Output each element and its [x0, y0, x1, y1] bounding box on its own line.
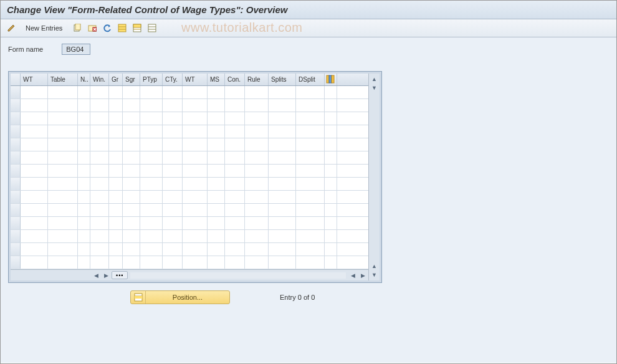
table-row[interactable]	[11, 99, 368, 112]
table-cell[interactable]	[183, 243, 208, 256]
table-cell[interactable]	[269, 217, 296, 229]
table-cell[interactable]	[90, 112, 109, 125]
col-header-win[interactable]: Win.	[90, 74, 109, 85]
row-selector[interactable]	[11, 151, 21, 164]
table-cell[interactable]	[183, 256, 208, 269]
table-cell[interactable]	[48, 138, 78, 151]
table-cell[interactable]	[90, 217, 109, 229]
table-cell[interactable]	[296, 217, 325, 229]
table-cell[interactable]	[21, 125, 48, 138]
table-cell[interactable]	[140, 256, 163, 269]
table-cell[interactable]	[163, 86, 183, 98]
table-cell[interactable]	[90, 99, 109, 112]
table-cell[interactable]	[78, 217, 90, 229]
table-cell[interactable]	[48, 151, 78, 164]
table-cell[interactable]	[140, 125, 163, 138]
table-cell[interactable]	[183, 191, 208, 203]
table-row[interactable]	[11, 151, 368, 165]
delete-icon[interactable]	[86, 22, 98, 34]
table-cell[interactable]	[90, 204, 109, 216]
table-cell[interactable]	[109, 256, 123, 269]
table-cell[interactable]	[225, 151, 245, 164]
table-cell[interactable]	[78, 256, 90, 269]
table-cell[interactable]	[78, 178, 90, 190]
table-cell[interactable]	[21, 178, 48, 190]
table-cell[interactable]	[48, 86, 78, 98]
table-cell[interactable]	[78, 86, 90, 98]
table-cell[interactable]	[21, 256, 48, 269]
table-cell[interactable]	[183, 151, 208, 164]
table-cell[interactable]	[123, 165, 140, 177]
copy-icon[interactable]	[71, 22, 84, 34]
table-cell[interactable]	[296, 151, 325, 164]
table-cell[interactable]	[183, 125, 208, 138]
table-cell[interactable]	[140, 230, 163, 242]
table-cell[interactable]	[269, 243, 296, 256]
table-cell[interactable]	[123, 243, 140, 256]
table-cell[interactable]	[78, 125, 90, 138]
table-cell[interactable]	[225, 99, 245, 112]
vscroll-up-icon[interactable]: ▲	[370, 75, 379, 84]
table-cell[interactable]	[183, 178, 208, 190]
select-block-icon[interactable]	[131, 22, 143, 34]
table-cell[interactable]	[208, 230, 225, 242]
table-cell[interactable]	[296, 86, 325, 98]
table-cell[interactable]	[140, 178, 163, 190]
row-selector[interactable]	[11, 217, 21, 229]
table-cell[interactable]	[163, 138, 183, 151]
table-cell[interactable]	[225, 217, 245, 229]
table-cell[interactable]	[245, 151, 269, 164]
row-selector[interactable]	[11, 165, 21, 177]
table-cell[interactable]	[78, 243, 90, 256]
col-header-wt2[interactable]: WT	[183, 74, 208, 85]
table-cell[interactable]	[109, 243, 123, 256]
table-cell[interactable]	[90, 178, 109, 190]
table-cell[interactable]	[21, 217, 48, 229]
table-cell[interactable]	[269, 165, 296, 177]
table-cell[interactable]	[183, 112, 208, 125]
table-cell[interactable]	[163, 243, 183, 256]
table-cell[interactable]	[140, 217, 163, 229]
table-cell[interactable]	[78, 112, 90, 125]
table-cell[interactable]	[296, 165, 325, 177]
col-header-con[interactable]: Con.	[225, 74, 245, 85]
table-cell[interactable]	[78, 165, 90, 177]
table-cell[interactable]	[269, 191, 296, 203]
table-cell[interactable]	[296, 191, 325, 203]
table-cell[interactable]	[296, 178, 325, 190]
table-cell[interactable]	[48, 112, 78, 125]
table-cell[interactable]	[163, 204, 183, 216]
table-cell[interactable]	[296, 99, 325, 112]
table-cell[interactable]	[208, 256, 225, 269]
hscroll-right2-icon[interactable]: ▶	[358, 271, 367, 280]
table-cell[interactable]	[123, 178, 140, 190]
table-cell[interactable]	[109, 191, 123, 203]
table-cell[interactable]	[208, 112, 225, 125]
table-cell[interactable]	[163, 99, 183, 112]
hscroll-right-icon[interactable]: ▶	[102, 271, 110, 280]
row-selector[interactable]	[11, 256, 21, 269]
table-cell[interactable]	[21, 243, 48, 256]
row-selector[interactable]	[11, 86, 21, 98]
table-row[interactable]	[11, 125, 368, 138]
table-cell[interactable]	[21, 230, 48, 242]
table-cell[interactable]	[140, 243, 163, 256]
table-cell[interactable]	[90, 151, 109, 164]
table-cell[interactable]	[123, 151, 140, 164]
table-cell[interactable]	[48, 243, 78, 256]
table-cell[interactable]	[225, 125, 245, 138]
table-cell[interactable]	[123, 86, 140, 98]
table-cell[interactable]	[48, 217, 78, 229]
table-cell[interactable]	[163, 230, 183, 242]
col-header-sgr[interactable]: Sgr	[123, 74, 140, 85]
row-selector[interactable]	[11, 99, 21, 112]
table-cell[interactable]	[21, 86, 48, 98]
table-cell[interactable]	[296, 256, 325, 269]
table-cell[interactable]	[163, 112, 183, 125]
table-cell[interactable]	[296, 125, 325, 138]
vscroll-down-icon[interactable]: ▼	[370, 271, 379, 279]
table-cell[interactable]	[225, 204, 245, 216]
table-row[interactable]	[11, 86, 368, 99]
table-cell[interactable]	[123, 230, 140, 242]
table-cell[interactable]	[123, 125, 140, 138]
